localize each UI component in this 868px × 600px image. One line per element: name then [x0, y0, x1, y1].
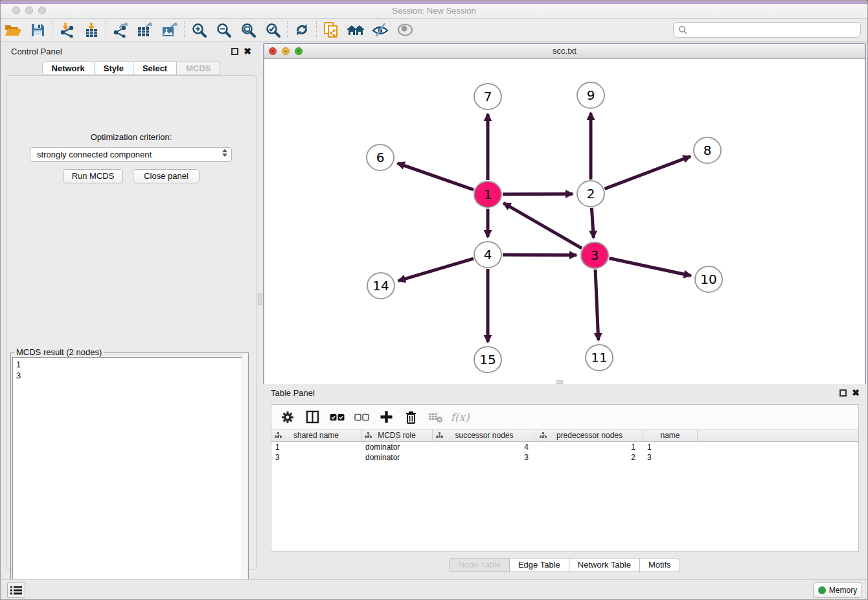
table-row-2[interactable]: 3dominator323: [271, 452, 858, 463]
cell-1-name[interactable]: 1: [643, 442, 698, 452]
import-network-button[interactable]: [54, 20, 79, 40]
memory-button[interactable]: Memory: [813, 583, 862, 598]
cell-2-predecessor-nodes[interactable]: 2: [536, 452, 643, 463]
column-header-name[interactable]: name: [643, 430, 698, 441]
selected-option: strongly connected component: [37, 150, 152, 159]
export-image-button[interactable]: [157, 20, 182, 40]
column-header-successor-nodes[interactable]: successor nodes: [433, 430, 536, 441]
function-builder-button-disabled: f(x): [449, 407, 471, 428]
search-input[interactable]: [687, 23, 860, 36]
tab-style[interactable]: Style: [95, 62, 133, 75]
edge-4-14[interactable]: [398, 259, 474, 281]
network-window-controls: × − +: [269, 47, 303, 55]
toggle-panel-columns-button[interactable]: [301, 407, 323, 428]
first-neighbors-button[interactable]: [343, 20, 368, 40]
maximize-view-icon[interactable]: +: [295, 47, 303, 55]
edge-3-1[interactable]: [503, 203, 582, 248]
float-panel-icon[interactable]: [231, 48, 238, 55]
task-history-button[interactable]: [7, 583, 25, 598]
zoom-in-button[interactable]: [187, 20, 211, 40]
column-header-shared-name[interactable]: shared name: [271, 430, 361, 441]
clone-network-icon: [323, 21, 339, 38]
network-window-titlebar[interactable]: × − + scc.txt: [264, 44, 865, 59]
cell-2-MCDS-role[interactable]: dominator: [361, 452, 433, 463]
network-view-title: scc.txt: [264, 44, 865, 58]
mcds-result-text: 1 3: [12, 357, 247, 594]
tab-node-table[interactable]: Node Table: [449, 558, 510, 572]
checked-boxes-icon: [330, 413, 345, 422]
table-panel-header: Table Panel ✖: [263, 386, 866, 403]
vertical-splitter-handle[interactable]: [258, 294, 262, 305]
zoom-out-icon: [216, 23, 231, 38]
export-network-button[interactable]: [108, 20, 133, 40]
refresh-network-button[interactable]: [290, 20, 314, 40]
cell-1-predecessor-nodes[interactable]: 1: [536, 442, 643, 452]
zoom-out-button[interactable]: [211, 20, 236, 40]
import-table-button[interactable]: [79, 20, 104, 40]
edge-1-2[interactable]: [503, 194, 573, 194]
cell-2-name[interactable]: 3: [643, 452, 698, 463]
optimization-criterion-select[interactable]: strongly connected component: [30, 147, 232, 162]
delete-columns-button[interactable]: [400, 407, 422, 428]
hierarchy-icon: [436, 432, 443, 439]
tab-network-table[interactable]: Network Table: [569, 558, 640, 572]
tab-mcds[interactable]: MCDS: [177, 62, 220, 75]
edge-3-11[interactable]: [595, 270, 599, 340]
optimization-criterion-label: Optimization criterion:: [6, 132, 256, 142]
cell-2-shared-name[interactable]: 3: [271, 452, 361, 463]
zoom-selected-button[interactable]: [260, 20, 285, 40]
export-table-button[interactable]: [133, 20, 157, 40]
cell-1-shared-name[interactable]: 1: [271, 442, 361, 452]
zoom-fit-button[interactable]: [236, 20, 260, 40]
table-options-button[interactable]: [277, 407, 299, 428]
open-folder-icon: [5, 23, 21, 37]
close-panel-button[interactable]: Close panel: [133, 169, 200, 183]
table-row-1[interactable]: 1dominator411: [271, 442, 858, 452]
network-canvas[interactable]: 7968124314101511: [264, 59, 865, 384]
open-session-button[interactable]: [1, 20, 25, 40]
run-mcds-button[interactable]: Run MCDS: [63, 169, 123, 183]
edge-1-6[interactable]: [397, 163, 474, 190]
float-table-panel-icon[interactable]: [839, 389, 847, 397]
close-panel-icon[interactable]: ✖: [244, 47, 251, 56]
table-header-row: shared nameMCDS rolesuccessor nodesprede…: [271, 430, 858, 442]
edge-4-3[interactable]: [503, 255, 577, 255]
node-label-10: 10: [700, 271, 716, 287]
clone-network-button[interactable]: [319, 20, 343, 40]
table-panel-title: Table Panel: [271, 388, 315, 398]
node-label-6: 6: [376, 150, 385, 165]
result-scrollbar[interactable]: [242, 354, 247, 595]
zoom-selected-icon: [266, 23, 280, 38]
node-label-9: 9: [587, 87, 595, 103]
show-hide-graphics-button[interactable]: [368, 20, 393, 40]
node-label-4: 4: [484, 247, 492, 262]
edge-2-3[interactable]: [591, 208, 593, 238]
cell-1-MCDS-role[interactable]: dominator: [361, 442, 433, 452]
close-view-icon[interactable]: ×: [269, 47, 277, 55]
graphics-details-button[interactable]: [393, 20, 417, 40]
column-header-MCDS-role[interactable]: MCDS role: [361, 430, 433, 441]
save-session-button[interactable]: [25, 20, 50, 40]
app-window: Session: New Session: [0, 0, 868, 600]
edge-2-8[interactable]: [605, 156, 691, 189]
close-table-panel-icon[interactable]: ✖: [852, 388, 860, 397]
search-field[interactable]: [673, 22, 861, 38]
select-all-checkboxes-button[interactable]: [326, 407, 348, 428]
tab-select[interactable]: Select: [133, 62, 177, 75]
node-label-2: 2: [587, 186, 595, 202]
cell-2-successor-nodes[interactable]: 3: [433, 452, 536, 463]
window-accent-strip: [1, 1, 867, 4]
tab-network[interactable]: Network: [42, 62, 95, 75]
tab-motifs[interactable]: Motifs: [640, 558, 680, 572]
deselect-all-checkboxes-button[interactable]: [350, 407, 372, 428]
split-columns-icon: [306, 410, 319, 424]
horizontal-splitter-handle[interactable]: [556, 380, 563, 384]
tab-edge-table[interactable]: Edge Table: [510, 558, 569, 572]
control-panel-header: Control Panel ✖: [6, 45, 257, 62]
create-column-button[interactable]: [375, 407, 397, 428]
control-panel-title: Control Panel: [11, 47, 62, 56]
cell-1-successor-nodes[interactable]: 4: [433, 442, 536, 452]
minimize-view-icon[interactable]: −: [282, 47, 290, 55]
column-header-predecessor-nodes[interactable]: predecessor nodes: [536, 430, 643, 441]
edge-3-10[interactable]: [610, 259, 691, 276]
